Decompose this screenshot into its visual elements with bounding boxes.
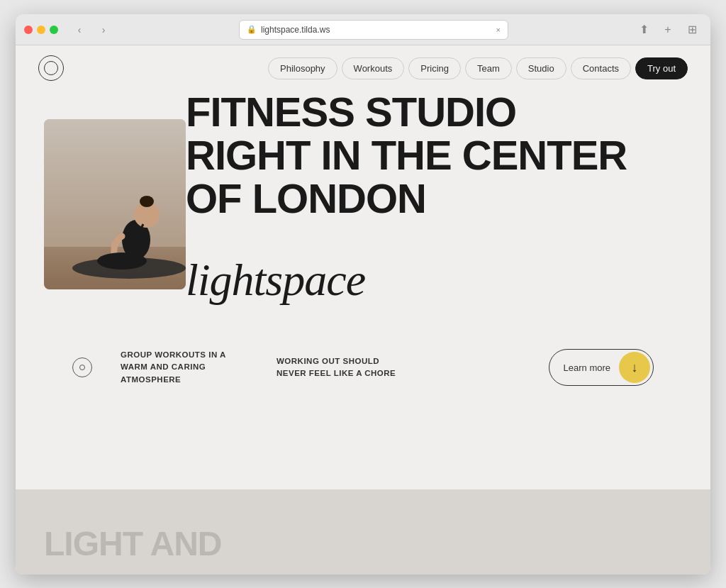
arrow-down-icon: ↓ (632, 361, 638, 374)
headline-line2: RIGHT IN THE CENTER (186, 134, 710, 177)
headline-line1: FITNESS STUDIO (186, 91, 710, 134)
tagline-2: WORKING OUT SHOULD NEVER FEEL LIKE A CHO… (277, 355, 404, 380)
address-bar[interactable]: 🔒 lightspace.tilda.ws × (239, 20, 508, 40)
close-tab-icon[interactable]: × (496, 26, 501, 34)
new-tab-button[interactable]: + (658, 22, 678, 38)
url-text: lightspace.tilda.ws (261, 25, 330, 35)
learn-more-arrow-circle: ↓ (619, 352, 650, 383)
svg-point-5 (140, 196, 154, 207)
nav-logo[interactable] (38, 55, 64, 81)
browser-actions: ⬆ + ⊞ (634, 22, 702, 38)
browser-titlebar: ‹ › 🔒 lightspace.tilda.ws × ⬆ + ⊞ (16, 14, 710, 45)
lock-icon: 🔒 (247, 25, 257, 34)
close-button[interactable] (24, 26, 33, 34)
minimize-button[interactable] (37, 26, 45, 34)
forward-button[interactable]: › (94, 22, 113, 38)
website-content: Philosophy Workouts Pricing Team Studio … (16, 45, 710, 575)
nav-studio[interactable]: Studio (516, 57, 566, 79)
nav-workouts[interactable]: Workouts (342, 57, 405, 79)
logo-inner-circle (44, 61, 58, 75)
hero-section: FITNESS STUDIO RIGHT IN THE CENTER OF LO… (16, 91, 710, 482)
main-nav: Philosophy Workouts Pricing Team Studio … (16, 45, 710, 91)
tagline-1: GROUP WORKOUTS IN A WARM AND CARING ATMO… (121, 349, 248, 386)
hero-headline: FITNESS STUDIO RIGHT IN THE CENTER OF LO… (186, 91, 710, 221)
browser-controls: ‹ › (69, 22, 113, 38)
brand-name: lightspace (186, 254, 365, 306)
learn-more-label: Learn more (564, 362, 610, 373)
scroll-indicator[interactable] (72, 357, 92, 377)
share-button[interactable]: ⬆ (634, 22, 654, 38)
traffic-lights (24, 26, 58, 34)
nav-links: Philosophy Workouts Pricing Team Studio … (268, 57, 688, 79)
address-bar-container: 🔒 lightspace.tilda.ws × (119, 20, 628, 40)
headline-line3: OF LONDON (186, 177, 710, 221)
nav-tryout[interactable]: Try out (635, 57, 688, 79)
maximize-button[interactable] (50, 26, 58, 34)
browser-window: ‹ › 🔒 lightspace.tilda.ws × ⬆ + ⊞ Philos… (16, 14, 710, 575)
next-section-peek: LIGHT AND (16, 489, 710, 575)
svg-point-6 (97, 253, 147, 270)
nav-pricing[interactable]: Pricing (408, 57, 461, 79)
learn-more-button[interactable]: Learn more ↓ (549, 349, 654, 386)
scroll-dot (79, 365, 85, 370)
back-button[interactable]: ‹ (69, 22, 89, 38)
nav-philosophy[interactable]: Philosophy (268, 57, 337, 79)
nav-team[interactable]: Team (465, 57, 512, 79)
hero-yoga-image (44, 119, 186, 289)
bottom-section: GROUP WORKOUTS IN A WARM AND CARING ATMO… (44, 349, 682, 386)
grid-button[interactable]: ⊞ (682, 22, 702, 38)
next-section-text: LIGHT AND (44, 524, 222, 563)
nav-contacts[interactable]: Contacts (571, 57, 631, 79)
